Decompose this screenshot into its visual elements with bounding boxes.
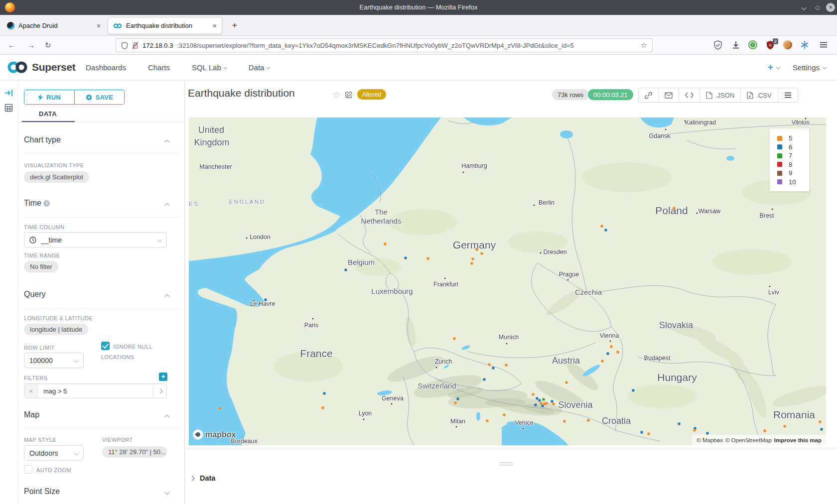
legend-label: 8 <box>789 161 792 168</box>
export-json-button[interactable]: .JSON <box>699 88 740 102</box>
scatter-point <box>563 420 566 423</box>
section-time[interactable]: Time i <box>24 199 50 208</box>
favorite-star-icon[interactable]: ☆ <box>332 89 340 100</box>
close-window-icon[interactable]: × <box>826 3 835 12</box>
section-chart-type[interactable]: Chart type <box>24 135 61 144</box>
tab-earthquake-distribution[interactable]: Earthquake distribution × <box>108 17 222 34</box>
share-link-button[interactable] <box>639 88 658 102</box>
main-area: Earthquake distribution ☆ Altered 73k ro… <box>185 81 837 504</box>
attribution-mapbox-link[interactable]: © Mapbox <box>697 437 723 443</box>
downloads-icon[interactable] <box>731 40 741 50</box>
tracking-shield-icon[interactable] <box>121 42 128 49</box>
lonlat-label: LONGITUDE & LATITUDE <box>24 315 93 321</box>
auto-zoom-label: AUTO ZOOM <box>36 467 71 473</box>
tab-data[interactable]: DATA <box>39 110 57 118</box>
legend-swatch <box>777 144 782 149</box>
scatter-point <box>476 249 478 251</box>
chevron-up-icon[interactable] <box>165 140 170 145</box>
scatter-point <box>632 389 635 392</box>
attribution-osm-link[interactable]: © OpenStreetMap <box>725 437 772 443</box>
scatter-point <box>471 262 473 265</box>
export-csv-button[interactable]: .CSV <box>740 88 777 102</box>
viz-type-pill[interactable]: deck.gl Scatterplot <box>24 171 89 183</box>
dataset-grid-icon[interactable] <box>4 104 13 112</box>
scatter-point <box>323 392 326 395</box>
map-style-select[interactable]: Outdoors <box>24 445 84 461</box>
lonlat-pill[interactable]: longitude | latitude <box>24 324 88 335</box>
menu-bars-icon <box>784 92 792 98</box>
protections-shield-icon[interactable] <box>713 40 723 50</box>
chevron-up-icon[interactable] <box>165 294 170 299</box>
chevron-up-icon[interactable] <box>165 415 170 420</box>
nav-item-charts[interactable]: Charts <box>148 63 170 72</box>
filter-item[interactable]: × mag > 5 <box>24 383 167 398</box>
section-point-size[interactable]: Point Size <box>24 487 60 496</box>
scatter-layer <box>189 118 826 445</box>
save-button[interactable]: SAVE <box>74 90 124 104</box>
email-button[interactable] <box>658 88 679 102</box>
auto-zoom-checkbox[interactable] <box>24 465 32 474</box>
time-range-pill[interactable]: No filter <box>24 261 58 272</box>
scatter-point <box>601 360 604 363</box>
url-input[interactable]: 172.18.0.3:32108/superset/explore/?form_… <box>116 38 653 52</box>
legend-swatch <box>777 179 782 184</box>
asterisk-extension-icon[interactable] <box>800 40 810 50</box>
deckgl-map[interactable]: UnitedKingdomManchesterENGLANDESLondonTh… <box>189 118 826 445</box>
file-csv-icon <box>747 92 753 99</box>
legend-swatch <box>777 153 782 158</box>
chevron-right-icon[interactable] <box>153 384 166 398</box>
filters-label: FILTERS <box>24 375 47 381</box>
minimize-icon[interactable] <box>799 3 808 12</box>
section-map[interactable]: Map <box>24 410 39 419</box>
extension-green-icon[interactable] <box>748 40 758 50</box>
forward-icon[interactable]: → <box>27 41 35 49</box>
reload-icon[interactable]: ↻ <box>45 41 51 50</box>
chevron-up-icon[interactable] <box>165 203 170 208</box>
bolt-icon <box>38 94 43 101</box>
new-tab-button[interactable]: + <box>232 21 237 30</box>
superset-logo[interactable]: Superset <box>7 60 75 74</box>
tab-label: Apache Druid <box>18 22 58 29</box>
chevron-down-icon[interactable] <box>165 490 170 495</box>
cookie-icon[interactable] <box>783 40 793 50</box>
add-filter-button[interactable]: + <box>159 373 167 381</box>
ignore-null-checkbox[interactable] <box>101 342 110 350</box>
improve-map-link[interactable]: Improve this map <box>774 437 822 443</box>
scatter-point <box>535 404 537 406</box>
collapse-panel-icon[interactable] <box>4 89 13 97</box>
tab-apache-druid[interactable]: Apache Druid × <box>2 17 106 34</box>
mapbox-logo[interactable]: mapbox <box>193 429 236 440</box>
extension-badge: 2 <box>773 38 778 44</box>
back-icon[interactable]: ← <box>8 41 15 49</box>
legend-swatch <box>777 171 782 176</box>
scatter-point <box>546 402 548 405</box>
scatter-point <box>322 407 324 409</box>
remove-filter-icon[interactable]: × <box>24 384 38 398</box>
add-new-button[interactable]: + <box>768 62 780 73</box>
ublock-shield-icon[interactable]: u 2 <box>766 40 776 50</box>
close-tab-icon[interactable]: × <box>213 22 217 30</box>
nav-item-dashboards[interactable]: Dashboards <box>86 63 126 72</box>
chart-menu-button[interactable] <box>778 88 798 102</box>
bookmark-star-icon[interactable]: ☆ <box>641 41 647 50</box>
chart-title: Earthquake distribution <box>188 87 295 99</box>
nav-item-data[interactable]: Data <box>249 63 270 72</box>
nav-item-sql-lab[interactable]: SQL Lab <box>192 63 227 72</box>
settings-label: Settings <box>793 63 820 72</box>
insecure-lock-icon[interactable] <box>132 42 139 49</box>
time-column-select[interactable]: __time <box>24 232 167 248</box>
settings-menu[interactable]: Settings <box>793 63 826 72</box>
menu-hamburger-icon[interactable] <box>819 40 829 50</box>
section-query[interactable]: Query <box>24 290 46 299</box>
maximize-icon[interactable]: ◇ <box>813 3 822 12</box>
save-label: SAVE <box>96 94 114 101</box>
close-tab-icon[interactable]: × <box>97 22 101 30</box>
viewport-pill[interactable]: 11° 28' 29.70" | 50... <box>102 446 167 458</box>
run-button[interactable]: RUN <box>24 90 74 104</box>
row-limit-select[interactable]: 100000 <box>24 353 84 368</box>
drag-handle[interactable] <box>499 462 513 467</box>
embed-code-button[interactable] <box>679 88 699 102</box>
edit-title-icon[interactable] <box>345 91 353 99</box>
row-limit-label: ROW LIMIT <box>24 345 55 351</box>
data-section-toggle[interactable]: Data <box>190 474 215 482</box>
